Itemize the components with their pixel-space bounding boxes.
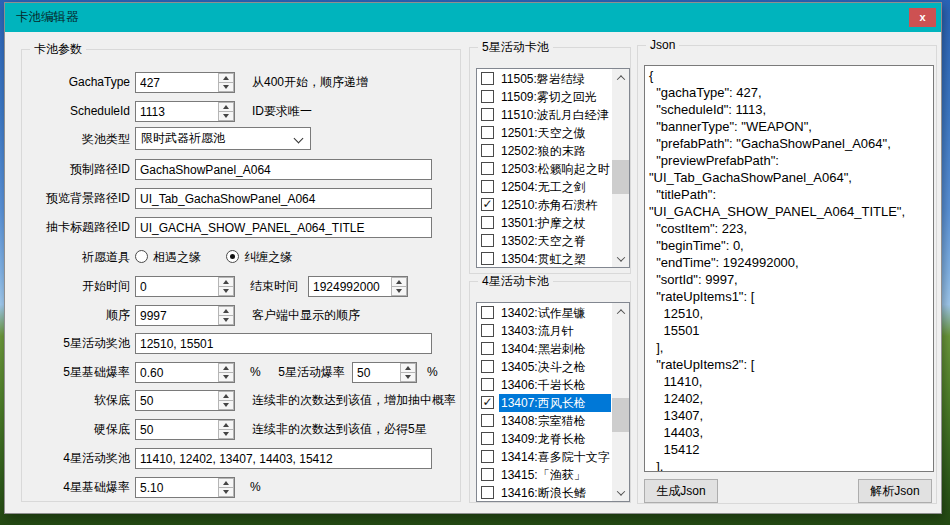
scroll-up-button[interactable] xyxy=(612,69,629,86)
spin-up-button[interactable] xyxy=(218,73,234,83)
checkbox-icon[interactable] xyxy=(481,306,494,319)
five-star-base-rate-input[interactable] xyxy=(136,363,217,382)
scrollbar-thumb[interactable] xyxy=(612,160,629,194)
title-bar[interactable]: 卡池编辑器 x xyxy=(5,3,941,32)
spin-up-button[interactable] xyxy=(400,363,416,373)
scrollbar[interactable] xyxy=(612,69,629,267)
preview-path-input[interactable] xyxy=(135,188,432,209)
checkbox-icon[interactable] xyxy=(481,144,494,157)
spin-down-button[interactable] xyxy=(400,373,416,382)
checkbox-icon[interactable] xyxy=(481,216,494,229)
spin-down-button[interactable] xyxy=(218,112,234,121)
five-star-event-rate-input[interactable] xyxy=(353,363,399,382)
checkbox-icon[interactable] xyxy=(481,72,494,85)
soft-pity-input[interactable] xyxy=(136,391,217,410)
scrollbar[interactable] xyxy=(612,303,629,501)
spin-down-button[interactable] xyxy=(218,488,234,497)
spin-up-icon xyxy=(223,481,229,485)
hard-pity-input[interactable] xyxy=(136,420,217,439)
checkbox-icon[interactable] xyxy=(481,396,494,409)
spin-down-icon xyxy=(223,114,229,118)
spin-down-button[interactable] xyxy=(218,316,234,325)
spin-up-button[interactable] xyxy=(218,306,234,316)
checkbox-icon[interactable] xyxy=(481,432,494,445)
list-item[interactable]: 13403:流月针 xyxy=(478,322,611,340)
checkbox-icon[interactable] xyxy=(481,108,494,121)
list-item[interactable]: 12502:狼的末路 xyxy=(478,142,611,160)
checkbox-icon[interactable] xyxy=(481,252,494,265)
spin-down-button[interactable] xyxy=(218,430,234,439)
generate-json-button[interactable]: 生成Json xyxy=(644,479,718,503)
spin-up-icon xyxy=(223,366,229,370)
sort-order-spinner xyxy=(135,305,235,326)
scroll-down-button[interactable] xyxy=(612,250,629,267)
prefab-path-input[interactable] xyxy=(135,159,432,180)
spin-down-button[interactable] xyxy=(218,83,234,92)
spin-down-button[interactable] xyxy=(391,287,407,296)
prefab-path-label: 预制路径ID xyxy=(30,159,130,180)
spin-up-icon xyxy=(223,309,229,313)
checkbox-icon[interactable] xyxy=(481,468,494,481)
begin-time-label: 开始时间 xyxy=(30,276,130,297)
spin-up-button[interactable] xyxy=(218,391,234,401)
scroll-up-button[interactable] xyxy=(612,303,629,320)
title-path-input[interactable] xyxy=(135,217,432,238)
list-item[interactable]: 13501:护摩之杖 xyxy=(478,214,611,232)
checkbox-icon[interactable] xyxy=(481,360,494,373)
list-item[interactable]: 11505:磐岩结绿 xyxy=(478,70,611,88)
list-item[interactable]: 13408:宗室猎枪 xyxy=(478,412,611,430)
scrollbar-thumb[interactable] xyxy=(612,398,629,432)
four-star-base-rate-input[interactable] xyxy=(136,478,217,497)
five-star-pool-input[interactable] xyxy=(135,333,432,354)
radio-option-acquaint-fate[interactable]: 相遇之缘 xyxy=(135,250,201,264)
checkbox-icon[interactable] xyxy=(481,342,494,355)
checkbox-icon[interactable] xyxy=(481,90,494,103)
checkbox-icon[interactable] xyxy=(481,162,494,175)
list-item[interactable]: 13402:试作星镰 xyxy=(478,304,611,322)
list-item[interactable]: 13407:西风长枪 xyxy=(478,394,611,412)
schedule-id-input[interactable] xyxy=(136,102,217,121)
parse-json-button[interactable]: 解析Json xyxy=(858,479,932,503)
list-item[interactable]: 13416:断浪长鳍 xyxy=(478,484,611,500)
list-item[interactable]: 13502:天空之脊 xyxy=(478,232,611,250)
scroll-down-button[interactable] xyxy=(612,484,629,501)
list-item[interactable]: 13409:龙脊长枪 xyxy=(478,430,611,448)
hard-pity-label: 硬保底 xyxy=(30,419,130,440)
list-item[interactable]: 12504:无工之剑 xyxy=(478,178,611,196)
list-item[interactable]: 13415:「渔获」 xyxy=(478,466,611,484)
list-item[interactable]: 13414:喜多院十文字 xyxy=(478,448,611,466)
spin-up-button[interactable] xyxy=(218,420,234,430)
list-item[interactable]: 12501:天空之傲 xyxy=(478,124,611,142)
gacha-type-input[interactable] xyxy=(136,73,217,92)
checkbox-icon[interactable] xyxy=(481,180,494,193)
spin-up-button[interactable] xyxy=(391,277,407,287)
sort-order-input[interactable] xyxy=(136,306,217,325)
json-textarea[interactable]: { "gachaType": 427, "scheduleId": 1113, … xyxy=(644,65,934,472)
pool-type-select[interactable]: 限时武器祈愿池 xyxy=(135,127,311,150)
end-time-label: 结束时间 xyxy=(198,276,298,297)
list-item[interactable]: 13504:贯虹之槊 xyxy=(478,250,611,266)
checkbox-icon[interactable] xyxy=(481,414,494,427)
end-time-input[interactable] xyxy=(309,277,390,296)
percent-label: % xyxy=(250,477,261,498)
checkbox-icon[interactable] xyxy=(481,324,494,337)
list-item[interactable]: 12503:松籁响起之时 xyxy=(478,160,611,178)
checkbox-icon[interactable] xyxy=(481,378,494,391)
spin-down-button[interactable] xyxy=(218,401,234,410)
list-item[interactable]: 13406:千岩长枪 xyxy=(478,376,611,394)
checkbox-icon[interactable] xyxy=(481,486,494,499)
spin-up-button[interactable] xyxy=(218,478,234,488)
list-item[interactable]: 13405:决斗之枪 xyxy=(478,358,611,376)
list-item[interactable]: 11509:雾切之回光 xyxy=(478,88,611,106)
checkbox-icon[interactable] xyxy=(481,234,494,247)
checkbox-icon[interactable] xyxy=(481,198,494,211)
spin-up-button[interactable] xyxy=(218,102,234,112)
close-button[interactable]: x xyxy=(909,8,936,27)
checkbox-icon[interactable] xyxy=(481,450,494,463)
radio-option-intertwined-fate[interactable]: 纠缠之缘 xyxy=(226,250,292,264)
checkbox-icon[interactable] xyxy=(481,126,494,139)
list-item[interactable]: 11510:波乱月白经津 xyxy=(478,106,611,124)
four-star-pool-input[interactable] xyxy=(135,448,432,469)
list-item[interactable]: 13404:黑岩刺枪 xyxy=(478,340,611,358)
list-item[interactable]: 12510:赤角石溃杵 xyxy=(478,196,611,214)
